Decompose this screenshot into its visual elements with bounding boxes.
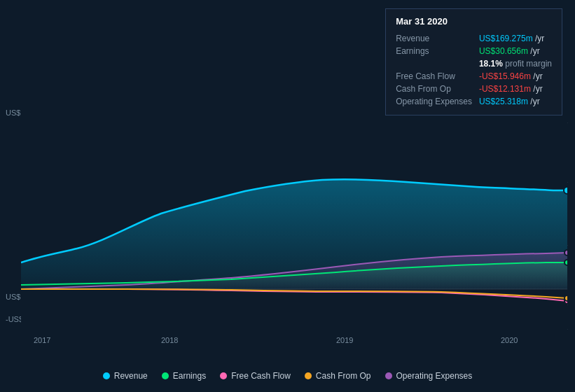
- legend-item-opex[interactable]: Operating Expenses: [385, 371, 473, 381]
- tooltip-row-cashfromop: Cash From Op -US$12.131m /yr: [396, 83, 552, 95]
- legend-dot-revenue: [103, 372, 110, 379]
- legend-dot-opex: [385, 372, 392, 379]
- svg-point-6: [564, 295, 567, 301]
- tooltip-label: Cash From Op: [396, 83, 479, 95]
- legend-label-earnings: Earnings: [173, 371, 206, 381]
- tooltip-value: -US$12.131m /yr: [479, 83, 552, 95]
- tooltip-row-earnings: Earnings US$30.656m /yr: [396, 45, 552, 57]
- legend-dot-fcf: [220, 372, 227, 379]
- x-label-2019: 2019: [336, 336, 353, 344]
- legend-item-cashfromop[interactable]: Cash From Op: [305, 371, 371, 381]
- x-label-2017: 2017: [34, 336, 50, 344]
- svg-point-3: [564, 250, 567, 255]
- tooltip-table: Revenue US$169.275m /yr Earnings US$30.6…: [396, 32, 552, 108]
- tooltip-value: US$25.318m /yr: [479, 95, 552, 108]
- svg-point-4: [564, 260, 567, 265]
- legend-dot-cashfromop: [305, 372, 312, 379]
- tooltip-label: Revenue: [396, 32, 479, 45]
- tooltip-value: -US$15.946m /yr: [479, 70, 552, 83]
- legend-item-fcf[interactable]: Free Cash Flow: [220, 371, 291, 381]
- legend-label-fcf: Free Cash Flow: [231, 371, 291, 381]
- chart-svg: [21, 102, 567, 332]
- tooltip-panel: Mar 31 2020 Revenue US$169.275m /yr Earn…: [385, 8, 562, 115]
- x-label-2018: 2018: [161, 336, 178, 344]
- chart-container: Mar 31 2020 Revenue US$169.275m /yr Earn…: [0, 0, 575, 392]
- legend-item-earnings[interactable]: Earnings: [162, 371, 206, 381]
- tooltip-row-revenue: Revenue US$169.275m /yr: [396, 32, 552, 45]
- tooltip-label: [396, 57, 479, 70]
- tooltip-row-fcf: Free Cash Flow -US$15.946m /yr: [396, 70, 552, 83]
- tooltip-value: 18.1% profit margin: [479, 57, 552, 70]
- tooltip-value: US$30.656m /yr: [479, 45, 552, 57]
- tooltip-value: US$169.275m /yr: [479, 32, 552, 45]
- legend-item-revenue[interactable]: Revenue: [103, 371, 148, 381]
- svg-point-2: [564, 187, 567, 194]
- legend-label-cashfromop: Cash From Op: [316, 371, 371, 381]
- legend-dot-earnings: [162, 372, 169, 379]
- tooltip-label: Free Cash Flow: [396, 70, 479, 83]
- tooltip-label: Earnings: [396, 45, 479, 57]
- tooltip-title: Mar 31 2020: [396, 16, 552, 27]
- legend-label-opex: Operating Expenses: [396, 371, 473, 381]
- tooltip-row-opex: Operating Expenses US$25.318m /yr: [396, 95, 552, 108]
- tooltip-label: Operating Expenses: [396, 95, 479, 108]
- x-label-2020: 2020: [501, 336, 518, 344]
- legend-label-revenue: Revenue: [114, 371, 148, 381]
- chart-legend: Revenue Earnings Free Cash Flow Cash Fro…: [0, 371, 575, 381]
- tooltip-row-margin: 18.1% profit margin: [396, 57, 552, 70]
